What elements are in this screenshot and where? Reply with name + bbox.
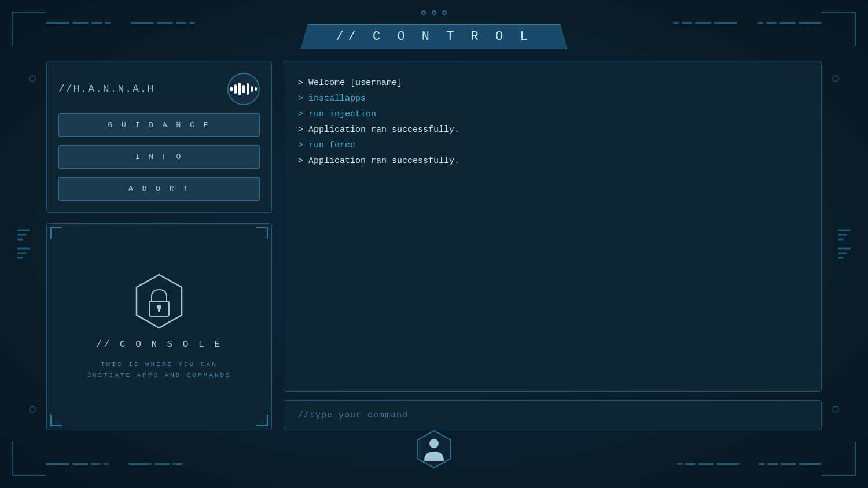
hannah-header: //H.A.N.N.A.H [58, 73, 260, 105]
terminal-line: > Application ran successfully. [298, 122, 807, 138]
bot-stripe-r-1 [677, 463, 683, 465]
top-stripe-l-2 [72, 22, 89, 24]
bot-stripe-r-6 [767, 463, 778, 465]
top-dot-2 [432, 10, 436, 15]
left-decorations [17, 230, 30, 259]
wave-bar-7 [255, 87, 257, 91]
right-deco-stripe-1 [838, 230, 851, 231]
top-stripe-l-4 [105, 22, 111, 24]
top-dots [421, 10, 447, 15]
right-panel: > Welcome [username]> installapps> run i… [284, 61, 822, 430]
right-decorations [838, 230, 851, 259]
svg-marker-4 [417, 431, 451, 468]
bottom-stripes-left [46, 463, 183, 465]
info-button[interactable]: I N F O [58, 145, 260, 169]
terminal-line: > installapps [298, 91, 807, 106]
bot-stripe-r-4 [716, 463, 740, 465]
top-stripe-l-3 [91, 22, 102, 24]
corner-bracket-br [822, 442, 856, 476]
bot-stripe-l-3 [90, 463, 101, 465]
left-deco-stripe-5 [17, 253, 27, 254]
sound-wave-icon [230, 81, 257, 97]
top-stripe-l-5 [131, 22, 154, 24]
bot-stripe-l-2 [72, 463, 88, 465]
top-stripe-r-5 [757, 22, 763, 24]
left-deco-stripe-6 [17, 257, 23, 259]
top-stripe-r-7 [779, 22, 796, 24]
bot-stripe-r-2 [685, 463, 696, 465]
terminal-line: > run force [298, 138, 807, 153]
right-deco-stripe-2 [838, 234, 847, 236]
card-corner-tr [256, 227, 268, 239]
hannah-card: //H.A.N.N.A.H G U I D A N C E [46, 61, 272, 213]
top-stripe-r-3 [695, 22, 711, 24]
card-corner-tl [50, 227, 62, 239]
top-dot-1 [421, 10, 426, 15]
console-description: THIS IS WHERE YOU CAN INITIATE APPS AND … [87, 359, 231, 380]
bot-stripe-r-5 [759, 463, 765, 465]
bot-stripe-l-4 [103, 463, 109, 465]
console-title: // C O N S O L E [96, 339, 222, 350]
terminal-output: > Welcome [username]> installapps> run i… [284, 61, 822, 392]
bot-stripe-l-5 [128, 463, 152, 465]
svg-rect-3 [158, 308, 160, 312]
side-circle-right-bottom [832, 406, 839, 413]
top-stripe-l-6 [157, 22, 173, 24]
corner-bracket-tl [12, 12, 46, 46]
top-dot-3 [442, 10, 447, 15]
bot-stripe-l-7 [172, 463, 183, 465]
top-stripe-l-7 [176, 22, 186, 24]
command-input-bar [284, 400, 822, 430]
svg-point-5 [429, 439, 439, 448]
title-bar: // C O N T R O L [300, 24, 567, 49]
wave-bar-6 [251, 86, 253, 92]
left-deco-stripe-3 [17, 239, 23, 241]
top-stripe-l-1 [46, 22, 69, 24]
card-corner-bl [50, 415, 62, 426]
card-corner-br [256, 415, 268, 426]
side-circle-left-bottom [29, 406, 36, 413]
wave-bar-3 [238, 83, 241, 95]
command-input[interactable] [298, 411, 807, 420]
bot-stripe-r-3 [698, 463, 714, 465]
hannah-title: //H.A.N.N.A.H [58, 83, 155, 95]
left-deco-stripe-2 [17, 234, 27, 236]
wave-bar-1 [230, 87, 233, 91]
right-deco-stripe-5 [838, 253, 847, 254]
top-stripe-r-6 [766, 22, 777, 24]
right-deco-stripe-3 [838, 239, 844, 241]
top-stripes-left [46, 22, 195, 24]
top-stripe-r-2 [682, 22, 692, 24]
left-deco-stripe-4 [17, 248, 30, 250]
side-circle-left-top [29, 75, 36, 82]
bottom-user-icon [414, 428, 454, 469]
app-title: // C O N T R O L [336, 29, 532, 44]
corner-bracket-tr [822, 12, 856, 46]
right-deco-stripe-4 [838, 248, 851, 250]
bot-stripe-l-1 [46, 463, 69, 465]
wave-bar-4 [242, 85, 245, 93]
wave-bar-5 [247, 83, 249, 95]
abort-button[interactable]: A B O R T [58, 177, 260, 201]
guidance-button[interactable]: G U I D A N C E [58, 113, 260, 137]
bot-stripe-l-6 [154, 463, 170, 465]
console-card: // C O N S O L E THIS IS WHERE YOU CAN I… [46, 223, 272, 430]
right-deco-stripe-6 [838, 257, 844, 259]
corner-bracket-bl [12, 442, 46, 476]
avatar [227, 73, 260, 105]
top-stripe-l-8 [189, 22, 195, 24]
top-stripe-r-8 [799, 22, 822, 24]
terminal-line: > Welcome [username] [298, 75, 807, 91]
bottom-stripes-right [677, 463, 822, 465]
top-stripes-right [673, 22, 822, 24]
terminal-line: > Application ran successfully. [298, 153, 807, 169]
main-container: // C O N T R O L //H.A.N.N.A.H [0, 0, 868, 488]
top-stripe-r-4 [714, 22, 737, 24]
left-panel: //H.A.N.N.A.H G U I D A N C E [46, 61, 272, 430]
wave-bar-2 [234, 84, 237, 94]
bot-stripe-r-8 [799, 463, 822, 465]
content-area: //H.A.N.N.A.H G U I D A N C E [46, 61, 822, 430]
top-stripe-r-1 [673, 22, 679, 24]
lock-icon-container [133, 272, 185, 330]
left-deco-stripe-1 [17, 230, 30, 231]
